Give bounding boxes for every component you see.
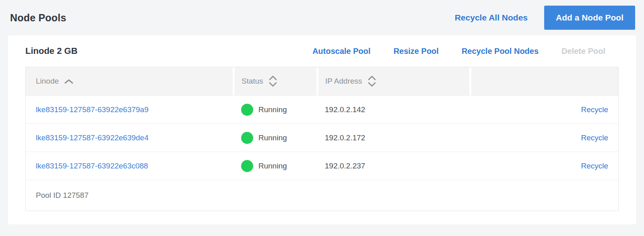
recycle-node-link[interactable]: Recycle — [581, 133, 608, 142]
node-status-label: Running — [258, 133, 287, 142]
resize-pool-link[interactable]: Resize Pool — [394, 47, 439, 56]
node-action-cell: Recycle — [469, 105, 618, 114]
chevron-up-down-icon — [367, 75, 376, 88]
node-status-label: Running — [258, 162, 287, 170]
node-status-label: Running — [258, 105, 287, 114]
pool-title: Linode 2 GB — [25, 46, 78, 56]
node-name-cell: lke83159-127587-63922e639de4 — [26, 133, 233, 142]
add-node-pool-button[interactable]: Add a Node Pool — [544, 6, 635, 30]
node-ip-cell: 192.0.2.237 — [316, 162, 469, 170]
recycle-all-nodes-link[interactable]: Recycle All Nodes — [455, 13, 528, 23]
node-pool-card: Linode 2 GB Autoscale Pool Resize Pool R… — [8, 35, 636, 224]
node-name-link[interactable]: lke83159-127587-63922e639de4 — [36, 133, 149, 142]
column-header-actions — [469, 67, 618, 95]
nodes-table: Linode Status IP Address — [25, 67, 619, 211]
node-action-cell: Recycle — [469, 162, 618, 170]
node-action-cell: Recycle — [469, 133, 618, 142]
status-running-dot-icon — [241, 132, 253, 144]
recycle-node-link[interactable]: Recycle — [581, 162, 608, 170]
recycle-node-link[interactable]: Recycle — [581, 105, 608, 114]
pool-actions: Autoscale Pool Resize Pool Recycle Pool … — [312, 47, 619, 56]
autoscale-pool-link[interactable]: Autoscale Pool — [312, 47, 370, 56]
column-header-status[interactable]: Status — [233, 67, 316, 95]
column-header-linode[interactable]: Linode — [26, 67, 233, 95]
status-running-dot-icon — [241, 104, 253, 116]
pool-id-row: Pool ID 127587 — [26, 180, 618, 211]
column-header-status-label: Status — [242, 77, 263, 86]
node-name-cell: lke83159-127587-63922e63c088 — [26, 162, 233, 170]
node-ip-cell: 192.0.2.142 — [316, 105, 469, 114]
node-name-link[interactable]: lke83159-127587-63922e63c088 — [36, 162, 148, 170]
table-row: lke83159-127587-63922e639de4 Running 192… — [26, 123, 618, 152]
recycle-pool-nodes-link[interactable]: Recycle Pool Nodes — [462, 47, 539, 56]
pool-header: Linode 2 GB Autoscale Pool Resize Pool R… — [25, 35, 619, 67]
chevron-up-icon — [64, 79, 74, 84]
node-name-link[interactable]: lke83159-127587-63922e6379a9 — [36, 105, 149, 114]
topbar: Node Pools Recycle All Nodes Add a Node … — [0, 0, 644, 35]
pool-id-label: Pool ID 127587 — [36, 191, 89, 200]
column-header-linode-label: Linode — [36, 77, 59, 86]
node-status-cell: Running — [233, 160, 316, 172]
table-row: lke83159-127587-63922e6379a9 Running 192… — [26, 95, 618, 123]
delete-pool-link: Delete Pool — [561, 47, 605, 56]
column-header-ip-label: IP Address — [325, 77, 362, 86]
chevron-up-down-icon — [268, 75, 277, 88]
node-name-cell: lke83159-127587-63922e6379a9 — [26, 105, 233, 114]
node-ip-cell: 192.0.2.172 — [316, 133, 469, 142]
topbar-actions: Recycle All Nodes Add a Node Pool — [455, 6, 635, 30]
status-running-dot-icon — [241, 160, 253, 172]
node-status-cell: Running — [233, 104, 316, 116]
node-status-cell: Running — [233, 132, 316, 144]
page-title: Node Pools — [10, 12, 66, 24]
column-header-ip-address[interactable]: IP Address — [316, 67, 469, 95]
table-header-row: Linode Status IP Address — [26, 67, 618, 95]
table-row: lke83159-127587-63922e63c088 Running 192… — [26, 152, 618, 180]
